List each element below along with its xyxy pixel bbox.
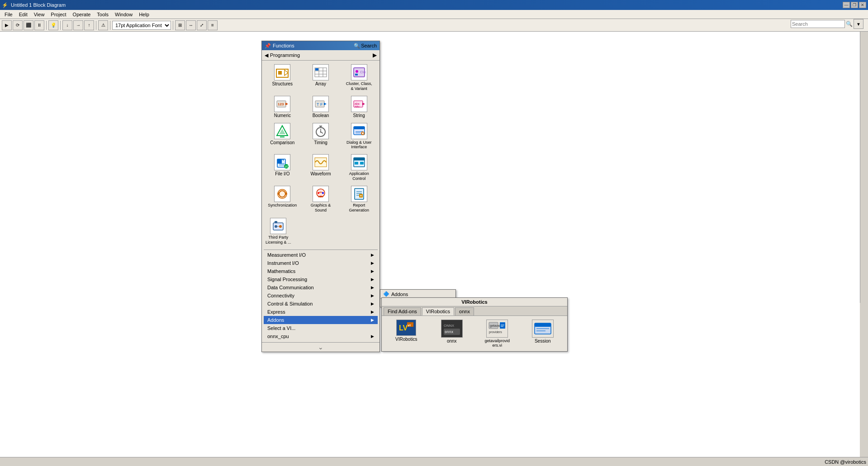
menu-operate[interactable]: Operate <box>70 11 94 18</box>
tab-onnx[interactable]: onnx <box>455 307 474 315</box>
align-button[interactable]: ⊞ <box>175 20 185 30</box>
toolbar: ▶ ⟳ ⬛ ⏸ 💡 ↓ → ↑ ⚠ 17pt Application Font … <box>0 19 868 32</box>
palette-item-thirdparty[interactable]: Third PartyLicensing & ... <box>265 216 292 247</box>
svg-text:LV: LV <box>399 324 408 332</box>
palette-pin-icon[interactable]: 📌 <box>265 43 271 49</box>
virobotics-title-label: VIRobotics <box>461 299 487 305</box>
resize-button[interactable]: ⤢ <box>197 20 207 30</box>
palette-menu-addons[interactable]: Addons ▶ <box>264 316 378 324</box>
numeric-label: Numeric <box>274 113 291 118</box>
palette-menu-measurement[interactable]: Measurement I/O ▶ <box>264 251 378 259</box>
palette-menu-selectvi[interactable]: Select a VI... <box>264 324 378 332</box>
abort-button[interactable]: ⬛ <box>24 20 33 30</box>
step-out-button[interactable]: ↑ <box>84 20 94 30</box>
palette-back-icon[interactable]: ◀ <box>265 52 268 58</box>
palette-item-string[interactable]: abc ABc String <box>340 94 378 120</box>
palette-menu-data[interactable]: Data Communication ▶ <box>264 283 378 292</box>
palette-item-report[interactable]: ReportGeneration <box>340 184 378 215</box>
data-arrow: ▶ <box>371 285 374 290</box>
functions-palette: 📌 Functions 🔍 Search ◀ Programming ▶ <box>261 41 380 352</box>
boolean-label: Boolean <box>313 113 329 118</box>
palette-programming-label: Programming <box>270 52 300 58</box>
step-into-button[interactable]: ↓ <box>62 20 72 30</box>
scroll-down-icon[interactable]: ⌄ <box>318 344 323 351</box>
warnings-button[interactable]: ⚠ <box>98 20 108 30</box>
reorder-button[interactable]: ≡ <box>208 20 218 30</box>
virobotics-item-label: VIRobotics <box>395 337 417 342</box>
virobotics-lv-icon: LV vr <box>396 320 416 336</box>
structures-icon <box>274 64 290 80</box>
array-icon <box>313 64 329 80</box>
palette-menu-mathematics[interactable]: Mathematics ▶ <box>264 267 378 275</box>
run-continuous-button[interactable]: ⟳ <box>13 20 23 30</box>
palette-item-sync[interactable]: Synchronization <box>264 184 301 215</box>
virobotics-item-virobotics[interactable]: LV vr VIRobotics <box>385 320 427 348</box>
main-canvas <box>0 32 860 457</box>
search-options-button[interactable]: ▼ <box>854 19 863 29</box>
palette-item-cluster[interactable]: Clust Cluster, Class,& Variant <box>340 62 378 93</box>
menu-edit[interactable]: Edit <box>16 11 30 18</box>
tab-virobotics[interactable]: VIRobotics <box>422 307 454 315</box>
font-selector[interactable]: 17pt Application Font <box>112 21 171 30</box>
svg-rect-43 <box>277 159 282 164</box>
svg-point-68 <box>279 225 282 228</box>
palette-menu-onnxcpu[interactable]: onnx_cpu ▶ <box>264 332 378 340</box>
palette-menu-express[interactable]: Express ▶ <box>264 308 378 316</box>
palette-search-button[interactable]: 🔍 Search <box>354 43 377 49</box>
palette-item-numeric[interactable]: 123 Numeric <box>264 94 301 120</box>
minimize-button[interactable]: — <box>843 2 850 8</box>
close-button[interactable]: ✕ <box>859 2 866 8</box>
tab-find-addons[interactable]: Find Add-ons <box>384 307 421 315</box>
distribute-button[interactable]: ↔ <box>186 20 196 30</box>
menu-help[interactable]: Help <box>136 11 152 18</box>
appcontrol-label: ApplicationControl <box>349 171 369 181</box>
highlight-button[interactable]: 💡 <box>48 20 58 30</box>
sync-icon <box>274 186 290 202</box>
top-search-input[interactable] <box>791 20 845 28</box>
palette-programming-arrow: ▶ <box>373 52 377 58</box>
menu-view[interactable]: View <box>31 11 47 18</box>
menu-window[interactable]: Window <box>112 11 135 18</box>
svg-text:providers: providers <box>489 330 502 334</box>
data-label: Data Communication <box>267 285 314 290</box>
menu-tools[interactable]: Tools <box>94 11 111 18</box>
step-over-button[interactable]: → <box>73 20 83 30</box>
palette-menu-instrument[interactable]: Instrument I/O ▶ <box>264 259 378 267</box>
palette-menu-connectivity[interactable]: Connectivity ▶ <box>264 292 378 300</box>
palette-item-waveform[interactable]: Waveform <box>302 152 340 183</box>
top-search-icon[interactable]: 🔍 <box>846 21 853 27</box>
graphics-label: Graphics &Sound <box>311 203 331 213</box>
report-label: ReportGeneration <box>349 203 369 213</box>
addons-flyout-title: Addons <box>391 292 408 297</box>
string-icon: abc ABc <box>351 96 367 112</box>
svg-rect-82 <box>500 322 505 329</box>
onnxcpu-label: onnx_cpu <box>267 334 289 339</box>
palette-item-appcontrol[interactable]: ApplicationControl <box>340 152 378 183</box>
svg-point-11 <box>356 70 358 73</box>
status-bar: CSDN @virobotics <box>0 457 868 466</box>
virobotics-item-getavail[interactable]: getavail providers getavailproviders.vi <box>476 320 518 348</box>
menu-bar: File Edit View Project Operate Tools Win… <box>0 10 868 19</box>
dialog-label: Dialog & UserInterface <box>346 140 372 150</box>
menu-file[interactable]: File <box>2 11 15 18</box>
palette-item-fileio[interactable]: I/O File I/O <box>264 152 301 183</box>
svg-marker-2 <box>285 70 288 75</box>
palette-item-dialog[interactable]: Dialog & UserInterface <box>340 121 378 152</box>
palette-menu-control[interactable]: Control & Simulation ▶ <box>264 300 378 308</box>
palette-item-graphics[interactable]: Graphics &Sound <box>302 184 340 215</box>
palette-item-comparison[interactable]: Comparison <box>264 121 301 152</box>
run-button[interactable]: ▶ <box>2 20 12 30</box>
palette-item-structures[interactable]: Structures <box>264 62 301 93</box>
pause-button[interactable]: ⏸ <box>34 20 44 30</box>
palette-search-label: Search <box>361 43 377 48</box>
virobotics-item-onnx[interactable]: ONNX onnx onnx <box>431 320 473 348</box>
palette-title-bar: 📌 Functions 🔍 Search <box>262 41 379 50</box>
getavail-icon: getavail providers <box>486 320 508 338</box>
palette-menu-signal[interactable]: Signal Processing ▶ <box>264 275 378 283</box>
virobotics-item-session[interactable]: Session <box>522 320 564 348</box>
menu-project[interactable]: Project <box>48 11 69 18</box>
palette-item-array[interactable]: Array <box>302 62 340 93</box>
palette-item-boolean[interactable]: T F Boolean <box>302 94 340 120</box>
palette-item-timing[interactable]: Timing <box>302 121 340 152</box>
maximize-button[interactable]: ❐ <box>851 2 858 8</box>
